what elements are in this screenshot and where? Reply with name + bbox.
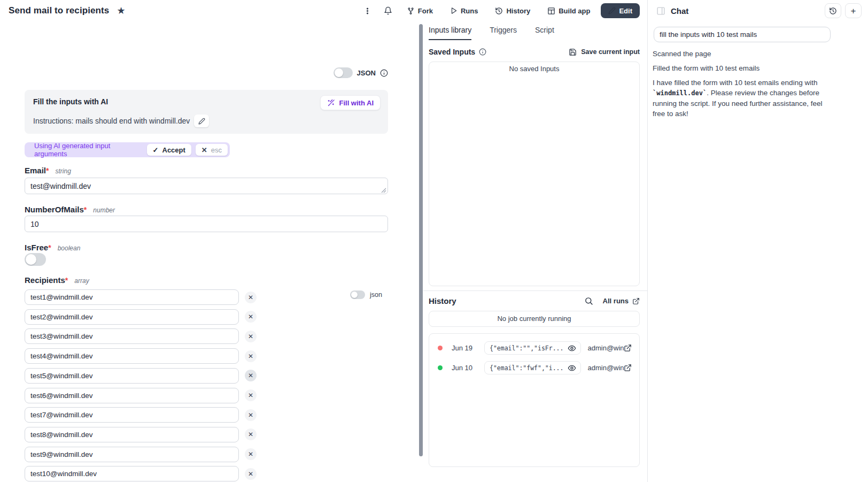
- remove-recipient-button[interactable]: ✕: [245, 429, 257, 440]
- close-icon: ✕: [248, 431, 253, 438]
- recipient-row: ✕: [25, 289, 257, 305]
- chat-message: Scanned the page: [653, 49, 832, 59]
- run-args-text: {"email":"fwf","i...: [490, 364, 563, 372]
- sidebar-panel-icon[interactable]: [656, 6, 665, 16]
- notifications-button[interactable]: [380, 3, 396, 18]
- section-divider: [423, 290, 647, 291]
- saved-inputs-title: Saved Inputs: [429, 48, 475, 56]
- search-icon: [584, 296, 593, 305]
- build-app-label: Build app: [559, 7, 590, 15]
- build-app-button[interactable]: Build app: [541, 3, 596, 18]
- required-marker: *: [46, 166, 49, 175]
- remove-recipient-button[interactable]: ✕: [245, 350, 257, 362]
- run-user: admin@windm...: [587, 344, 624, 352]
- recipient-input[interactable]: [25, 348, 239, 364]
- tab-inputs-library[interactable]: Inputs library: [429, 26, 471, 40]
- tab-triggers[interactable]: Triggers: [490, 26, 517, 40]
- edit-instructions-button[interactable]: [194, 114, 209, 127]
- chat-header: Chat +: [648, 0, 868, 21]
- required-marker: *: [48, 243, 51, 252]
- run-form-panel: JSON Fill the inputs with AI Fill with A…: [0, 21, 419, 482]
- dismiss-ai-args-button[interactable]: ✕ esc: [196, 144, 228, 156]
- recipient-input[interactable]: [25, 368, 239, 384]
- info-icon: [479, 48, 486, 56]
- recipient-input[interactable]: [25, 309, 239, 325]
- recipients-json-toggle[interactable]: [350, 290, 365, 299]
- chat-history-button[interactable]: [825, 3, 841, 18]
- recipient-row: ✕: [25, 328, 257, 344]
- history-button[interactable]: History: [489, 3, 537, 18]
- isfree-toggle[interactable]: [25, 253, 46, 266]
- recipient-row: ✕: [25, 388, 257, 403]
- email-field[interactable]: [25, 178, 388, 194]
- json-toggle-row: JSON: [25, 67, 388, 78]
- more-options-button[interactable]: [360, 3, 376, 18]
- required-marker: *: [84, 205, 87, 214]
- close-icon: ✕: [248, 392, 253, 399]
- run-args-pill[interactable]: {"email":"fwf","i...: [484, 361, 581, 374]
- page-title: Send mail to recipients: [9, 5, 109, 16]
- save-current-input-button[interactable]: Save current input: [569, 48, 640, 56]
- eye-icon: [568, 364, 576, 372]
- ai-generated-args-banner: Using AI generated input arguments ✓ Acc…: [25, 142, 230, 157]
- runs-label: Runs: [461, 7, 478, 15]
- favorite-star-icon[interactable]: ★: [117, 6, 125, 16]
- numberofmails-field[interactable]: [25, 216, 388, 232]
- chat-input[interactable]: [654, 27, 831, 42]
- recipient-row: ✕: [25, 348, 257, 364]
- recipient-input[interactable]: [25, 407, 239, 423]
- accept-ai-args-button[interactable]: ✓ Accept: [147, 144, 191, 156]
- history-label: History: [506, 7, 530, 15]
- fork-icon: [407, 7, 415, 15]
- json-view-toggle[interactable]: [334, 67, 353, 78]
- remove-recipient-button[interactable]: ✕: [245, 370, 257, 381]
- recipient-input[interactable]: [25, 328, 239, 344]
- edit-button[interactable]: Edit: [601, 3, 640, 18]
- remove-recipient-button[interactable]: ✕: [245, 331, 257, 342]
- run-args-text: {"email":"","isFr...: [490, 345, 563, 352]
- open-run-button[interactable]: [624, 364, 632, 372]
- runs-button[interactable]: Runs: [444, 3, 485, 18]
- close-icon: ✕: [201, 146, 207, 154]
- recipient-input[interactable]: [25, 289, 239, 305]
- run-args-pill[interactable]: {"email":"","isFr...: [484, 341, 581, 355]
- history-runs-list: Jun 19 {"email":"","isFr... admin@windm.…: [429, 333, 640, 467]
- remove-recipient-button[interactable]: ✕: [245, 292, 257, 303]
- all-runs-link[interactable]: All runs: [603, 297, 640, 305]
- saved-inputs-header: Saved Inputs Save current input: [429, 48, 640, 56]
- recipients-field-label-row: Recipients* array: [25, 276, 89, 285]
- recipient-row: ✕: [25, 427, 257, 442]
- close-icon: ✕: [248, 471, 253, 477]
- close-icon: ✕: [248, 451, 253, 457]
- history-run-row[interactable]: Jun 19 {"email":"","isFr... admin@windm.…: [429, 338, 639, 358]
- recipient-input[interactable]: [25, 388, 239, 403]
- fill-with-ai-button[interactable]: Fill with AI: [320, 95, 381, 110]
- new-chat-button[interactable]: +: [845, 3, 862, 18]
- open-run-button[interactable]: [624, 344, 632, 352]
- remove-recipient-button[interactable]: ✕: [245, 311, 257, 323]
- kebab-menu-icon: [363, 7, 371, 15]
- pencil-icon: [608, 7, 616, 14]
- fork-button[interactable]: Fork: [400, 3, 439, 18]
- panel-resizer[interactable]: [419, 24, 423, 456]
- external-link-icon: [632, 297, 640, 305]
- recipient-input[interactable]: [25, 447, 239, 462]
- json-toggle-label: JSON: [357, 69, 376, 77]
- close-icon: ✕: [248, 353, 253, 359]
- close-icon: ✕: [248, 372, 253, 379]
- remove-recipient-button[interactable]: ✕: [245, 468, 257, 480]
- run-status-dot: [438, 365, 443, 370]
- tab-script[interactable]: Script: [535, 26, 554, 40]
- history-run-row[interactable]: Jun 10 {"email":"fwf","i... admin@windm.…: [429, 358, 639, 378]
- recipient-row: ✕: [25, 447, 257, 462]
- chat-panel: Chat + Scanned the page Filled the form …: [647, 0, 868, 482]
- remove-recipient-button[interactable]: ✕: [245, 389, 257, 401]
- recipient-input[interactable]: [25, 427, 239, 442]
- remove-recipient-button[interactable]: ✕: [245, 409, 257, 421]
- eye-icon: [568, 344, 576, 353]
- chat-code-text: `windmill.dev`: [653, 89, 707, 97]
- history-search-button[interactable]: [584, 296, 593, 305]
- recipient-input[interactable]: [25, 466, 239, 481]
- history-title: History: [429, 296, 456, 305]
- remove-recipient-button[interactable]: ✕: [245, 448, 257, 460]
